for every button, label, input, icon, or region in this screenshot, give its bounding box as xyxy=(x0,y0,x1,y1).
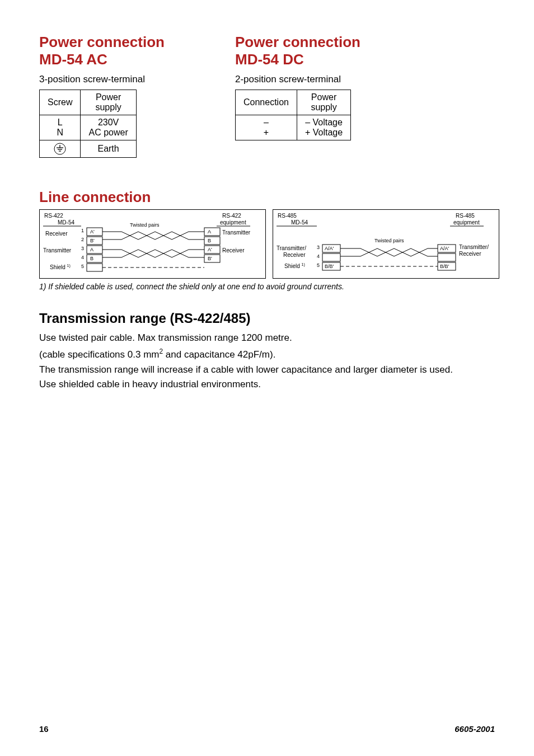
cell-text: – Voltage xyxy=(305,118,343,127)
svg-rect-24 xyxy=(438,253,456,261)
pin: 3 xyxy=(317,245,320,250)
pin: 4 xyxy=(317,253,320,259)
table-header: Connection xyxy=(236,90,297,115)
table-cell: 230V AC power xyxy=(81,115,136,140)
body-text: The transmission range will increase if … xyxy=(39,364,495,377)
table-cell: – Voltage + Voltage xyxy=(297,115,350,140)
label: Receiver xyxy=(222,247,245,253)
diagram-rs422-svg: RS-422 MD-54 Twisted pairs RS-422 equipm… xyxy=(43,212,263,274)
doc-number: 6605-2001 xyxy=(455,724,495,734)
th-text: Powersupply xyxy=(311,92,336,112)
sig: A xyxy=(90,247,93,252)
pin: 2 xyxy=(81,237,84,242)
svg-rect-13 xyxy=(204,228,220,236)
sig: B' xyxy=(208,256,212,261)
label: Receiver xyxy=(45,231,68,237)
heading-line-connection: Line connection xyxy=(39,189,495,206)
table-cell: L N xyxy=(40,115,81,140)
page-number: 16 xyxy=(39,724,49,734)
label: Receiver xyxy=(459,251,481,257)
diagram-rs485: RS-485 MD-54 Twisted pairs RS-485 equipm… xyxy=(273,209,499,279)
body-text: Use shielded cable in heavy industrial e… xyxy=(39,378,495,391)
svg-rect-14 xyxy=(204,237,220,245)
label: equipment xyxy=(220,219,246,226)
th-text: Powersupply xyxy=(95,92,121,112)
pin: 5 xyxy=(81,264,84,269)
svg-rect-16 xyxy=(204,255,220,262)
diagram-rs485-svg: RS-485 MD-54 Twisted pairs RS-485 equipm… xyxy=(277,212,496,274)
heading-transmission: Transmission range (RS-422/485) xyxy=(39,311,495,326)
heading-line: Power connection xyxy=(235,34,360,50)
sig: A xyxy=(208,229,211,234)
label: Transmitter/ xyxy=(459,244,489,250)
cell-text: – xyxy=(264,118,269,127)
label: Transmitter/ xyxy=(277,245,306,251)
svg-rect-10 xyxy=(87,255,102,262)
text-fragment: and capacitance 42pF/m). xyxy=(163,349,275,360)
table-dc: Connection Powersupply – + – Voltage + V… xyxy=(235,90,351,140)
earth-icon xyxy=(54,143,66,155)
heading-line: Power connection xyxy=(39,34,165,50)
pin: 1 xyxy=(81,228,84,233)
cell-text: + xyxy=(264,128,269,137)
sig: A' xyxy=(208,247,212,252)
sig: B xyxy=(208,238,211,243)
heading-line: MD-54 DC xyxy=(235,51,304,68)
pin: 3 xyxy=(81,246,84,251)
svg-rect-9 xyxy=(87,246,102,253)
sig: B xyxy=(90,256,93,261)
label: RS-485 xyxy=(278,213,297,219)
cell-text: N xyxy=(57,128,63,137)
table-header: Powersupply xyxy=(81,90,136,115)
table-header: Screw xyxy=(40,90,81,115)
diagram-rs422: RS-422 MD-54 Twisted pairs RS-422 equipm… xyxy=(39,209,266,279)
body-text: Use twisted pair cable. Max transmission… xyxy=(39,332,495,345)
label: Receiver xyxy=(283,252,306,258)
label: Shield 1) xyxy=(284,262,305,269)
label: MD-54 xyxy=(291,219,308,226)
sig: A/A' xyxy=(325,246,334,251)
heading-power-ac: Power connection MD-54 AC xyxy=(39,34,213,68)
label: Transmitter xyxy=(222,229,251,236)
label: Shield 1) xyxy=(50,264,71,270)
subhead-ac: 3-position screw-terminal xyxy=(39,74,213,85)
page-footer: 16 6605-2001 xyxy=(39,724,495,734)
table-cell: Earth xyxy=(81,140,136,158)
subhead-dc: 2-position screw-terminal xyxy=(235,74,409,85)
pin: 5 xyxy=(317,262,320,268)
svg-rect-8 xyxy=(87,237,102,245)
svg-rect-7 xyxy=(87,228,102,236)
label: RS-422 xyxy=(44,213,63,219)
label: Twisted pairs xyxy=(374,238,404,243)
body-text: (cable specifications 0.3 mm2 and capaci… xyxy=(39,347,495,361)
sig: B' xyxy=(90,238,95,243)
pin: 4 xyxy=(81,255,84,260)
table-cell: – + xyxy=(236,115,297,140)
label: RS-422 xyxy=(222,213,241,219)
label: RS-485 xyxy=(456,213,475,219)
text-fragment: (cable specifications 0.3 mm xyxy=(39,349,159,360)
svg-rect-15 xyxy=(204,246,220,253)
sig: B/B' xyxy=(325,264,334,269)
label: equipment xyxy=(453,219,480,226)
table-ac: Screw Powersupply L N 230V AC power xyxy=(39,90,137,158)
sig: A' xyxy=(90,229,95,234)
cell-text: AC power xyxy=(88,128,128,137)
table-header: Powersupply xyxy=(297,90,350,115)
footnote-shield: 1) If shielded cable is used, connect th… xyxy=(39,282,495,291)
sig: B/B' xyxy=(440,264,449,269)
label: Transmitter xyxy=(43,247,72,253)
cell-text: L xyxy=(58,118,63,127)
table-cell-earth-icon xyxy=(40,140,81,158)
sig: A/A' xyxy=(440,246,449,251)
heading-line: MD-54 AC xyxy=(39,51,107,68)
heading-power-dc: Power connection MD-54 DC xyxy=(235,34,409,68)
svg-rect-11 xyxy=(87,264,102,271)
cell-text: 230V xyxy=(98,118,119,127)
cell-text: + Voltage xyxy=(305,128,343,137)
svg-rect-20 xyxy=(322,253,340,261)
label: Twisted pairs xyxy=(130,222,160,228)
label: MD-54 xyxy=(58,219,74,226)
